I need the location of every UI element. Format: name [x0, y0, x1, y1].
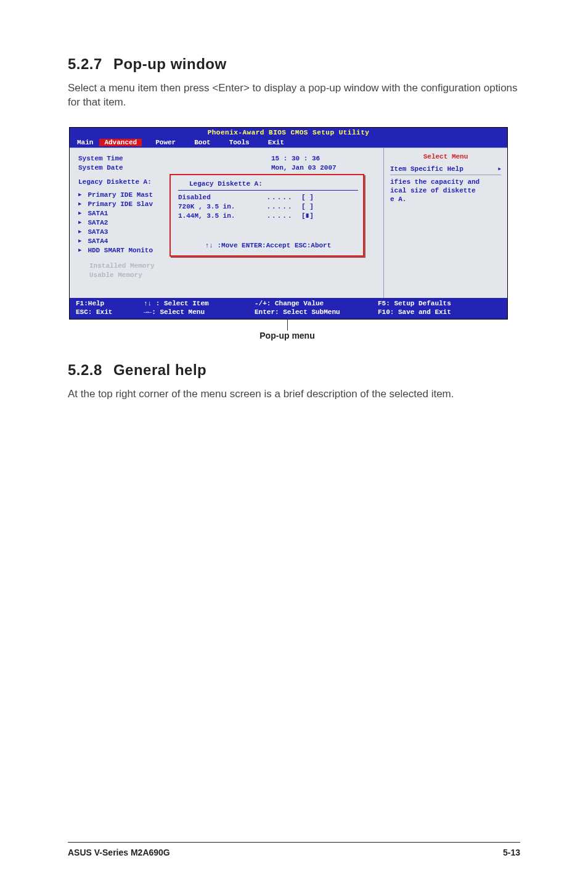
triangle-icon: ▶ [78, 191, 81, 200]
select-menu-label: Select Menu [390, 153, 501, 160]
section-number: 5.2.8 [68, 361, 102, 378]
installed-memory-row: Installed Memory [78, 262, 376, 271]
bios-footer: F1:Help ↑↓ : Select Item -/+: Change Val… [70, 298, 507, 319]
popup-divider [178, 190, 358, 191]
section-title: Pop-up window [113, 56, 227, 72]
section-title: General help [113, 361, 206, 378]
usable-memory-label: Usable Memory [89, 271, 376, 280]
submenu-label: SATA2 [88, 218, 108, 228]
bios-menubar: Main Advanced Power Boot Tools Exit [70, 138, 507, 147]
popup-option-mark: [ ] [301, 202, 314, 212]
footer-plusminus: -/+: Change Value [255, 299, 378, 308]
bios-right-pane: Select Menu Item Specific Help ▶ ifies t… [384, 148, 507, 298]
popup-option-dots: ..... [258, 202, 301, 212]
help-line-3: e A. [390, 195, 501, 204]
footer-f1: F1:Help [76, 299, 144, 308]
page-footer: ASUS V-Series M2A690G 5-13 [0, 842, 588, 857]
popup-option-label: 1.44M, 3.5 in. [178, 212, 258, 221]
popup-option-label: 720K , 3.5 in. [178, 202, 258, 212]
triangle-icon: ▶ [78, 237, 81, 246]
section-5-2-7-body: Select a menu item then press <Enter> to… [68, 81, 520, 110]
footer-f10: F10: Save and Exit [378, 308, 501, 316]
submenu-label: Primary IDE Mast [88, 191, 153, 200]
section-5-2-8-heading: 5.2.8General help [68, 361, 520, 379]
footer-left: ASUS V-Series M2A690G [68, 848, 170, 857]
popup-option-mark: [ ] [301, 193, 314, 202]
submenu-label: SATA4 [88, 237, 108, 246]
bios-title: Phoenix-Award BIOS CMOS Setup Utility [70, 128, 507, 138]
caption-wrap: Pop-up menu [68, 320, 507, 347]
popup-option-disabled[interactable]: Disabled ..... [ ] [178, 193, 358, 202]
help-line-2: ical size of diskette [390, 186, 501, 195]
popup-window: Legacy Diskette A: Disabled ..... [ ] 72… [169, 174, 364, 257]
popup-option-720k[interactable]: 720K , 3.5 in. ..... [ ] [178, 202, 358, 212]
help-line-1: ifies the capacity and [390, 178, 501, 186]
popup-nav-hint: ↑↓ :Move ENTER:Accept ESC:Abort [178, 242, 358, 249]
footer-updown: ↑↓ : Select Item [144, 299, 255, 308]
popup-option-dots: ..... [258, 193, 301, 202]
footer-f5: F5: Setup Defaults [378, 299, 501, 308]
usable-memory-row: Usable Memory [78, 271, 376, 280]
section-number: 5.2.7 [68, 56, 102, 72]
item-specific-help-label: Item Specific Help ▶ [390, 165, 501, 175]
triangle-icon: ▶ [78, 200, 81, 209]
menubar-advanced[interactable]: Advanced [99, 139, 142, 146]
popup-option-144m[interactable]: 1.44M, 3.5 in. ..... [∎] [178, 212, 358, 221]
pointer-line [287, 320, 288, 331]
footer-right: 5-13 [503, 848, 520, 857]
menubar-main[interactable]: Main [73, 139, 99, 146]
menubar-tools[interactable]: Tools [218, 139, 257, 146]
system-date-value: Mon, Jan 03 2007 [271, 163, 376, 173]
triangle-icon: ▶ [78, 246, 81, 255]
section-5-2-7-heading: 5.2.7Pop-up window [68, 56, 520, 73]
section-5-2-8-body: At the top right corner of the menu scre… [68, 387, 520, 402]
footer-rule [68, 842, 520, 843]
popup-option-dots: ..... [258, 212, 301, 221]
item-specific-help-text: Item Specific Help [390, 165, 463, 173]
bios-left-pane: System Time 15 : 30 : 36 System Date Mon… [70, 148, 384, 298]
triangle-icon: ▶ [78, 218, 81, 228]
triangle-right-icon: ▶ [498, 166, 501, 171]
bios-window: Phoenix-Award BIOS CMOS Setup Utility Ma… [69, 127, 508, 320]
footer-leftright: →←: Select Menu [144, 308, 255, 316]
footer-esc: ESC: Exit [76, 308, 144, 316]
submenu-label: SATA3 [88, 228, 108, 237]
submenu-label: Primary IDE Slav [88, 200, 153, 209]
submenu-label: SATA1 [88, 209, 108, 218]
figure-caption: Pop-up menu [68, 331, 507, 340]
menubar-power[interactable]: Power [144, 139, 183, 146]
system-time-row[interactable]: System Time 15 : 30 : 36 [78, 154, 376, 163]
triangle-icon: ▶ [78, 228, 81, 237]
system-time-value: 15 : 30 : 36 [271, 154, 376, 163]
menubar-exit[interactable]: Exit [257, 139, 292, 146]
footer-enter: Enter: Select SubMenu [255, 308, 378, 316]
popup-title: Legacy Diskette A: [189, 180, 358, 188]
submenu-label: HDD SMART Monito [88, 246, 153, 255]
popup-option-label: Disabled [178, 193, 258, 202]
system-date-label: System Date [78, 163, 271, 173]
popup-option-mark: [∎] [301, 212, 314, 221]
system-date-row[interactable]: System Date Mon, Jan 03 2007 [78, 163, 376, 173]
system-time-label: System Time [78, 154, 271, 163]
bios-body: System Time 15 : 30 : 36 System Date Mon… [70, 147, 507, 298]
triangle-icon: ▶ [78, 209, 81, 218]
installed-memory-label: Installed Memory [89, 262, 376, 271]
menubar-boot[interactable]: Boot [183, 139, 218, 146]
help-body: ifies the capacity and ical size of disk… [390, 178, 501, 204]
